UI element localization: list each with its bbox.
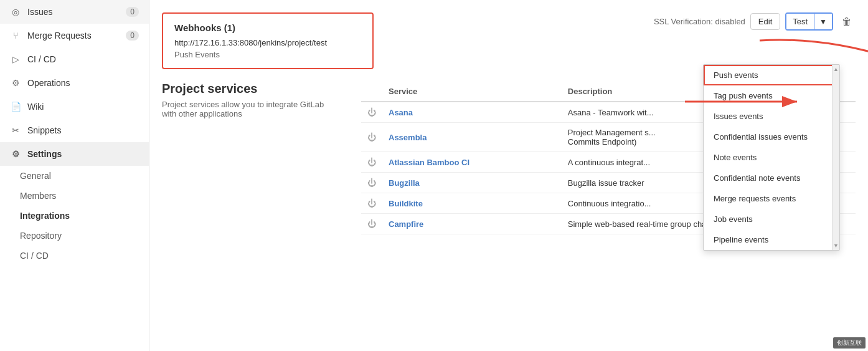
dropdown-item-tag-push-events[interactable]: Tag push events <box>704 85 839 106</box>
operations-icon: ⚙ <box>10 77 21 89</box>
sidebar-item-operations[interactable]: ⚙ Operations <box>0 71 149 95</box>
edit-button[interactable]: Edit <box>750 13 780 30</box>
sidebar-item-operations-label: Operations <box>27 78 70 88</box>
scroll-up-arrow[interactable]: ▲ <box>833 66 839 72</box>
webhook-controls: SSL Verification: disabled Edit Test ▼ 🗑 <box>654 12 856 31</box>
service-link-buildkite[interactable]: Buildkite <box>389 199 423 208</box>
project-services-info: Project services Project services allow … <box>162 82 336 127</box>
service-toggle-assembla[interactable]: ⏻ <box>361 123 382 152</box>
sidebar-item-merge-label: Merge Requests <box>27 31 92 41</box>
sidebar-item-settings-label: Settings <box>27 149 62 159</box>
merge-icon: ⑂ <box>10 30 21 41</box>
sidebar-sub-item-general[interactable]: General <box>0 166 149 186</box>
webhook-url: http://172.16.1.33:8080/jenkins/project/… <box>174 38 361 47</box>
sidebar-item-issues-label: Issues <box>27 7 52 17</box>
wiki-icon: 📄 <box>10 101 21 112</box>
settings-icon: ⚙ <box>10 148 21 160</box>
main-content: Webhooks (1) http://172.16.1.33:8080/jen… <box>149 0 868 351</box>
power-icon: ⏻ <box>367 198 376 208</box>
sidebar-item-wiki[interactable]: 📄 Wiki <box>0 95 149 118</box>
service-link-asana[interactable]: Asana <box>389 108 413 117</box>
watermark: 创新互联 <box>833 337 866 349</box>
sidebar-item-cicd-label: CI / CD <box>27 54 56 64</box>
power-icon: ⏻ <box>367 157 376 167</box>
snippets-icon: ✂ <box>10 125 21 136</box>
service-link-bamboo[interactable]: Atlassian Bamboo CI <box>389 158 469 167</box>
dropdown-item-merge-requests[interactable]: Merge requests events <box>704 188 839 209</box>
service-toggle-asana[interactable]: ⏻ <box>361 102 382 123</box>
webhook-box: Webhooks (1) http://172.16.1.33:8080/jen… <box>162 12 374 69</box>
dropdown-item-push-events[interactable]: Push events <box>704 65 839 85</box>
dropdown-item-issues-events[interactable]: Issues events <box>704 106 839 127</box>
sidebar-sub-item-repository[interactable]: Repository <box>0 226 149 246</box>
issues-icon: ◎ <box>10 6 21 17</box>
merge-badge: 0 <box>126 31 139 41</box>
scroll-down-arrow[interactable]: ▼ <box>833 243 839 249</box>
test-button-group: Test ▼ <box>785 12 833 31</box>
delete-button[interactable]: 🗑 <box>838 14 856 30</box>
col-service: Service <box>382 82 562 102</box>
test-dropdown-toggle[interactable]: ▼ <box>814 14 832 29</box>
sidebar-item-wiki-label: Wiki <box>27 102 44 112</box>
project-services-title: Project services <box>162 82 336 96</box>
sidebar-sub-item-members[interactable]: Members <box>0 186 149 206</box>
dropdown-item-note-events[interactable]: Note events <box>704 147 839 168</box>
dropdown-item-job-events[interactable]: Job events <box>704 209 839 229</box>
power-icon: ⏻ <box>367 107 376 117</box>
service-link-assembla[interactable]: Assembla <box>389 133 427 142</box>
issues-badge: 0 <box>126 7 139 17</box>
power-icon: ⏻ <box>367 219 376 229</box>
test-dropdown-menu: Push events Tag push events Issues event… <box>703 64 840 251</box>
webhook-title: Webhooks (1) <box>174 22 361 33</box>
service-link-bugzilla[interactable]: Bugzilla <box>389 178 420 188</box>
dropdown-item-pipeline-events[interactable]: Pipeline events <box>704 229 839 250</box>
sidebar-item-issues[interactable]: ◎ Issues 0 <box>0 0 149 24</box>
col-toggle <box>361 82 382 102</box>
service-toggle-campfire[interactable]: ⏻ <box>361 214 382 234</box>
sidebar-item-snippets-label: Snippets <box>27 125 61 135</box>
power-icon: ⏻ <box>367 132 376 142</box>
sidebar-sub-item-cicd-settings[interactable]: CI / CD <box>0 246 149 266</box>
sidebar-sub-item-integrations[interactable]: Integrations <box>0 206 149 226</box>
dropdown-scrollbar: ▲ ▼ <box>832 65 839 250</box>
test-button[interactable]: Test <box>786 14 814 29</box>
sidebar-item-merge-requests[interactable]: ⑂ Merge Requests 0 <box>0 24 149 47</box>
chevron-down-icon: ▼ <box>819 17 827 26</box>
sidebar-item-cicd[interactable]: ▷ CI / CD <box>0 47 149 71</box>
service-toggle-bamboo[interactable]: ⏻ <box>361 152 382 173</box>
webhook-events: Push Events <box>174 50 361 59</box>
project-services-description: Project services allow you to integrate … <box>162 100 336 118</box>
sidebar-item-settings[interactable]: ⚙ Settings <box>0 142 149 166</box>
dropdown-item-confidential-issues[interactable]: Confidential issues events <box>704 127 839 147</box>
power-icon: ⏻ <box>367 178 376 188</box>
ssl-status: SSL Verification: disabled <box>654 17 745 26</box>
service-toggle-buildkite[interactable]: ⏻ <box>361 193 382 214</box>
sidebar: ◎ Issues 0 ⑂ Merge Requests 0 ▷ CI / CD … <box>0 0 149 351</box>
service-link-campfire[interactable]: Campfire <box>389 219 423 229</box>
sidebar-item-snippets[interactable]: ✂ Snippets <box>0 118 149 142</box>
cicd-icon: ▷ <box>10 54 21 65</box>
service-toggle-bugzilla[interactable]: ⏻ <box>361 173 382 193</box>
dropdown-item-confidential-note[interactable]: Confidential note events <box>704 168 839 188</box>
